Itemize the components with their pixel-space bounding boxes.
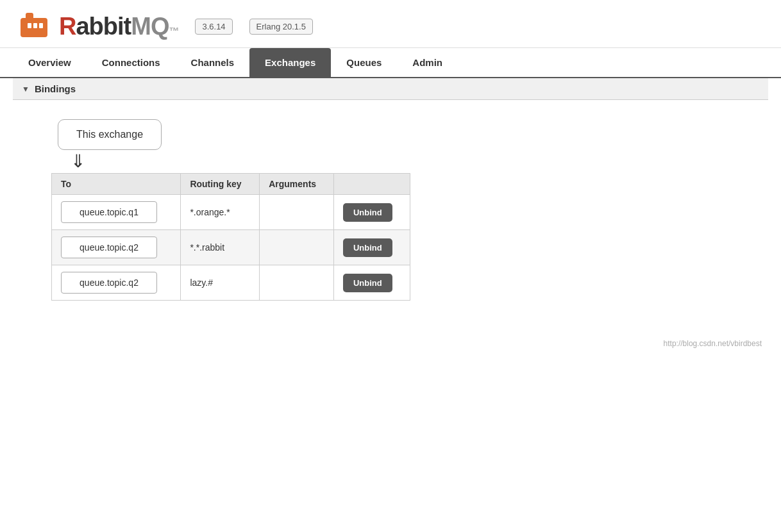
unbind-button[interactable]: Unbind — [343, 203, 392, 222]
queue-name-box: queue.topic.q2 — [61, 237, 157, 258]
cell-to: queue.topic.q2 — [52, 230, 181, 265]
unbind-button[interactable]: Unbind — [343, 274, 392, 292]
svg-rect-2 — [28, 23, 31, 28]
svg-rect-4 — [39, 23, 43, 28]
exchange-box: This exchange — [58, 119, 162, 150]
down-arrow-icon: ⇓ — [71, 153, 85, 170]
main-content: ▼ Bindings This exchange ⇓ To Routing ke… — [0, 78, 781, 333]
cell-action: Unbind — [333, 230, 410, 265]
version-badge: 3.6.14 — [195, 19, 232, 35]
col-action — [333, 174, 410, 195]
logo-text: RabbitMQ™ — [59, 13, 178, 40]
cell-routing-key: *.orange.* — [181, 195, 260, 230]
collapse-icon[interactable]: ▼ — [22, 85, 29, 94]
cell-arguments — [260, 265, 334, 301]
nav-admin[interactable]: Admin — [397, 48, 458, 77]
cell-to: queue.topic.q1 — [52, 195, 181, 230]
erlang-badge: Erlang 20.1.5 — [249, 19, 313, 35]
cell-arguments — [260, 230, 334, 265]
table-row: queue.topic.q1*.orange.*Unbind — [52, 195, 410, 230]
main-nav: Overview Connections Channels Exchanges … — [0, 48, 781, 78]
bindings-section-header: ▼ Bindings — [13, 78, 768, 100]
nav-overview[interactable]: Overview — [13, 48, 87, 77]
svg-rect-1 — [26, 13, 33, 23]
cell-routing-key: lazy.# — [181, 265, 260, 301]
bindings-title: Bindings — [35, 83, 76, 94]
col-routing-key: Routing key — [181, 174, 260, 195]
svg-rect-3 — [33, 23, 37, 28]
col-arguments: Arguments — [260, 174, 334, 195]
cell-routing-key: *.*.rabbit — [181, 230, 260, 265]
table-row: queue.topic.q2*.*.rabbitUnbind — [52, 230, 410, 265]
cell-arguments — [260, 195, 334, 230]
watermark: http://blog.csdn.net/vbirdbest — [0, 333, 781, 354]
rabbitmq-logo-icon — [19, 12, 49, 41]
cell-action: Unbind — [333, 195, 410, 230]
nav-channels[interactable]: Channels — [176, 48, 250, 77]
queue-name-box: queue.topic.q2 — [61, 272, 157, 294]
bindings-table: To Routing key Arguments queue.topic.q1*… — [51, 173, 410, 301]
nav-exchanges[interactable]: Exchanges — [249, 48, 331, 77]
cell-to: queue.topic.q2 — [52, 265, 181, 301]
table-row: queue.topic.q2lazy.#Unbind — [52, 265, 410, 301]
app-header: RabbitMQ™ 3.6.14 Erlang 20.1.5 — [0, 0, 781, 48]
nav-connections[interactable]: Connections — [87, 48, 176, 77]
col-to: To — [52, 174, 181, 195]
queue-name-box: queue.topic.q1 — [61, 201, 157, 223]
bindings-diagram: This exchange ⇓ To Routing key Arguments… — [13, 113, 768, 313]
nav-queues[interactable]: Queues — [331, 48, 397, 77]
logo-area: RabbitMQ™ 3.6.14 Erlang 20.1.5 — [19, 12, 313, 41]
unbind-button[interactable]: Unbind — [343, 238, 392, 257]
cell-action: Unbind — [333, 265, 410, 301]
